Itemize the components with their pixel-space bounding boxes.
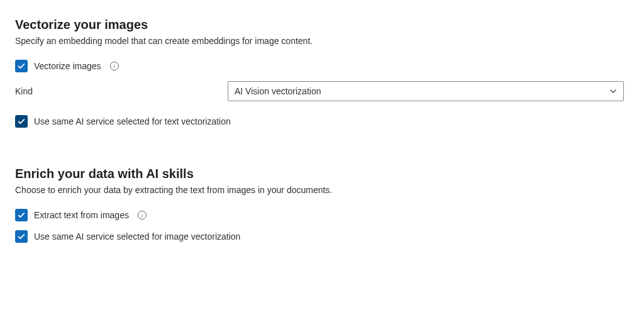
kind-select[interactable]: AI Vision vectorization [228,81,624,101]
use-same-image-service-checkbox-row: Use same AI service selected for image v… [15,230,629,243]
kind-label: Kind [15,86,228,96]
chevron-down-icon [609,87,617,95]
enrich-desc: Choose to enrich your data by extracting… [15,185,629,195]
vectorize-images-checkbox[interactable] [15,60,28,72]
kind-field-row: Kind AI Vision vectorization [15,81,629,101]
use-same-text-service-label: Use same AI service selected for text ve… [34,116,231,126]
info-icon[interactable]: i [110,62,119,70]
vectorize-title: Vectorize your images [15,18,629,32]
check-icon [17,62,26,70]
check-icon [17,117,26,126]
vectorize-images-section: Vectorize your images Specify an embeddi… [15,18,629,128]
extract-text-label: Extract text from images [34,210,129,220]
use-same-text-service-checkbox[interactable] [15,115,28,128]
check-icon [17,232,26,241]
enrich-title: Enrich your data with AI skills [15,167,629,181]
vectorize-desc: Specify an embedding model that can crea… [15,36,629,46]
use-same-text-service-checkbox-row: Use same AI service selected for text ve… [15,115,629,128]
extract-text-checkbox[interactable] [15,209,28,221]
use-same-image-service-checkbox[interactable] [15,230,28,243]
enrich-data-section: Enrich your data with AI skills Choose t… [15,167,629,243]
kind-select-value: AI Vision vectorization [235,86,321,96]
vectorize-images-checkbox-row: Vectorize images i [15,60,629,72]
info-icon[interactable]: i [138,211,147,220]
extract-text-checkbox-row: Extract text from images i [15,209,629,221]
check-icon [17,211,26,220]
use-same-image-service-label: Use same AI service selected for image v… [34,231,240,242]
vectorize-images-label: Vectorize images [34,61,101,71]
